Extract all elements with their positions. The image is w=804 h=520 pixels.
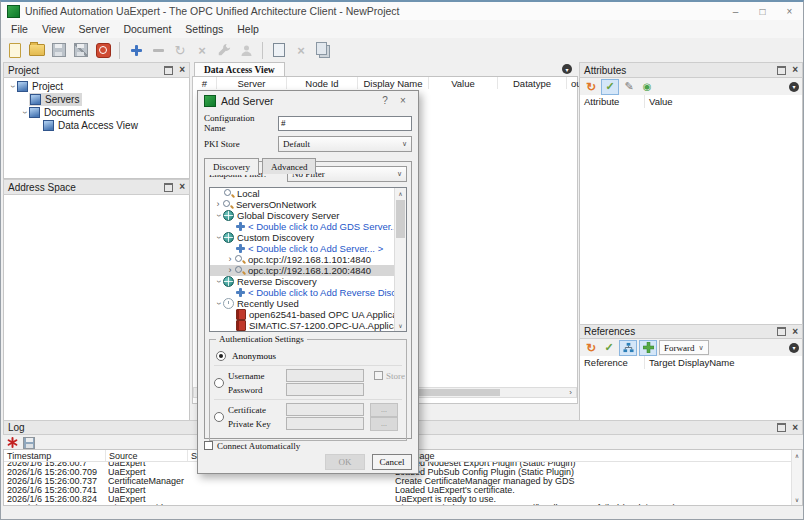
maximize-button[interactable]: □: [749, 2, 776, 20]
col-source[interactable]: Source: [106, 450, 188, 461]
configuration-name-input[interactable]: #: [278, 116, 412, 131]
clear-log-button[interactable]: [7, 437, 18, 448]
highlight-button[interactable]: ◉: [639, 80, 655, 94]
tree-item-reverse-discovery[interactable]: › Reverse Discovery: [210, 276, 406, 287]
col-target-display-name[interactable]: Target DisplayName: [645, 356, 802, 369]
tree-item-add-gds-server-link[interactable]: < Double click to Add GDS Server... >: [210, 221, 406, 232]
float-panel-icon[interactable]: [777, 66, 786, 75]
chevron-expanded-icon[interactable]: ›: [214, 233, 223, 243]
connect-button[interactable]: ↻: [170, 40, 190, 60]
menu-view[interactable]: View: [35, 21, 72, 37]
col-timestamp[interactable]: Timestamp: [4, 450, 106, 461]
add-document-button[interactable]: [269, 40, 289, 60]
float-panel-icon[interactable]: [777, 327, 786, 336]
panel-options-icon[interactable]: ▾: [789, 343, 799, 353]
scroll-up-icon[interactable]: ∧: [398, 190, 402, 197]
float-panel-icon[interactable]: [777, 423, 786, 432]
log-scrollbar[interactable]: ∧ ∨: [791, 450, 802, 505]
close-panel-icon[interactable]: ×: [792, 327, 798, 337]
tab-options-icon[interactable]: ▾: [562, 64, 572, 74]
tree-item-servers-on-network[interactable]: › ServersOnNetwork: [210, 199, 406, 210]
tree-item-server-192-168-1-200[interactable]: › opc.tcp://192.168.1.200:4840: [210, 265, 406, 276]
close-button[interactable]: ×: [776, 2, 803, 20]
scroll-right-icon[interactable]: ›: [565, 388, 576, 397]
col-attribute[interactable]: Attribute: [580, 95, 645, 108]
close-panel-icon[interactable]: ×: [792, 65, 798, 75]
chevron-expanded-icon[interactable]: ›: [214, 299, 223, 309]
panel-options-icon[interactable]: ▾: [789, 82, 799, 92]
documents-button[interactable]: [313, 40, 333, 60]
save-as-button[interactable]: [71, 40, 91, 60]
float-panel-icon[interactable]: [164, 183, 173, 192]
chevron-expanded-icon[interactable]: ›: [214, 277, 223, 287]
username-radio[interactable]: [214, 378, 224, 388]
col-message[interactable]: Message: [395, 450, 802, 461]
chevron-expanded-icon[interactable]: ›: [20, 108, 29, 118]
open-project-button[interactable]: [27, 40, 47, 60]
menu-file[interactable]: File: [4, 21, 35, 37]
save-log-button[interactable]: [23, 437, 35, 449]
cancel-button[interactable]: Cancel: [372, 454, 412, 470]
menu-settings[interactable]: Settings: [178, 21, 230, 37]
menu-server[interactable]: Server: [72, 21, 117, 37]
tab-data-access-view[interactable]: Data Access View: [194, 62, 285, 76]
tree-item-recent-open62541[interactable]: open62541-based OPC UA Application@192..…: [210, 309, 406, 320]
remove-document-button[interactable]: ×: [291, 40, 311, 60]
chevron-collapsed-icon[interactable]: ›: [213, 200, 223, 209]
refresh-attributes-button[interactable]: ↻: [583, 80, 599, 94]
col-attr-value[interactable]: Value: [645, 95, 802, 108]
change-user-button[interactable]: [236, 40, 256, 60]
tree-item-add-reverse-discovery-link[interactable]: < Double click to Add Reverse Discovery.…: [210, 287, 406, 298]
properties-button[interactable]: [214, 40, 234, 60]
chevron-collapsed-icon[interactable]: ›: [225, 255, 235, 264]
reference-direction-select[interactable]: Forward ∨: [659, 340, 709, 355]
project-tree-item-project[interactable]: › Project: [4, 80, 189, 93]
tab-advanced[interactable]: Advanced: [262, 158, 316, 174]
refresh-references-button[interactable]: ↻: [583, 341, 599, 355]
certificate-input[interactable]: [286, 403, 364, 416]
hierarchical-references-button[interactable]: [619, 340, 637, 356]
chevron-collapsed-icon[interactable]: ›: [225, 266, 235, 275]
new-project-button[interactable]: [5, 40, 25, 60]
show-subtypes-button[interactable]: [639, 340, 657, 356]
tree-item-recent-simatic[interactable]: SIMATIC.S7-1200.OPC-UA.Application:PLC_1…: [210, 320, 406, 331]
minimize-button[interactable]: –: [722, 2, 749, 20]
auto-update-references-button[interactable]: ✓: [601, 341, 617, 355]
anonymous-radio[interactable]: [216, 351, 226, 361]
store-checkbox[interactable]: [374, 371, 383, 380]
close-panel-icon[interactable]: ×: [792, 423, 798, 433]
chevron-expanded-icon[interactable]: ›: [8, 82, 17, 92]
tree-item-global-discovery-server[interactable]: › Global Discovery Server: [210, 210, 406, 221]
auto-update-button[interactable]: ✓: [601, 79, 619, 95]
tree-item-recently-used[interactable]: › Recently Used: [210, 298, 406, 309]
project-tree-item-documents[interactable]: › Documents: [4, 106, 189, 119]
tree-item-custom-discovery[interactable]: › Custom Discovery: [210, 232, 406, 243]
menu-document[interactable]: Document: [116, 21, 178, 37]
close-panel-icon[interactable]: ×: [179, 182, 185, 192]
username-input[interactable]: [286, 369, 364, 382]
dialog-help-button[interactable]: ?: [376, 95, 394, 106]
tree-item-add-server-link[interactable]: < Double click to Add Server... >: [210, 243, 406, 254]
anonymous-option[interactable]: Anonymous: [216, 349, 400, 362]
remove-server-button[interactable]: [148, 40, 168, 60]
tree-scrollbar[interactable]: ∧ ∨: [394, 188, 406, 331]
project-tree-item-data-access-view[interactable]: Data Access View: [4, 119, 189, 132]
chevron-expanded-icon[interactable]: ›: [214, 211, 223, 221]
tree-item-server-192-168-1-101[interactable]: › opc.tcp://192.168.1.101:4840: [210, 254, 406, 265]
save-project-button[interactable]: [49, 40, 69, 60]
float-panel-icon[interactable]: [164, 66, 173, 75]
log-row[interactable]: 2026/1/6 15:26:14.514 DiscoveryWidget Di…: [4, 503, 802, 506]
pki-store-select[interactable]: Default ∨: [278, 136, 412, 152]
col-reference[interactable]: Reference: [580, 356, 645, 369]
tree-item-local[interactable]: Local: [210, 188, 406, 199]
scroll-down-icon[interactable]: ∨: [795, 496, 799, 503]
scroll-down-icon[interactable]: ∨: [398, 322, 402, 329]
stop-button[interactable]: [93, 40, 113, 60]
project-tree-item-servers[interactable]: Servers: [4, 93, 189, 106]
connect-automatically-checkbox[interactable]: [204, 441, 213, 450]
add-server-button[interactable]: [126, 40, 146, 60]
scroll-up-icon[interactable]: ∧: [795, 452, 799, 459]
disconnect-button[interactable]: ×: [192, 40, 212, 60]
tab-discovery[interactable]: Discovery: [204, 158, 259, 175]
ok-button[interactable]: OK: [325, 454, 365, 470]
